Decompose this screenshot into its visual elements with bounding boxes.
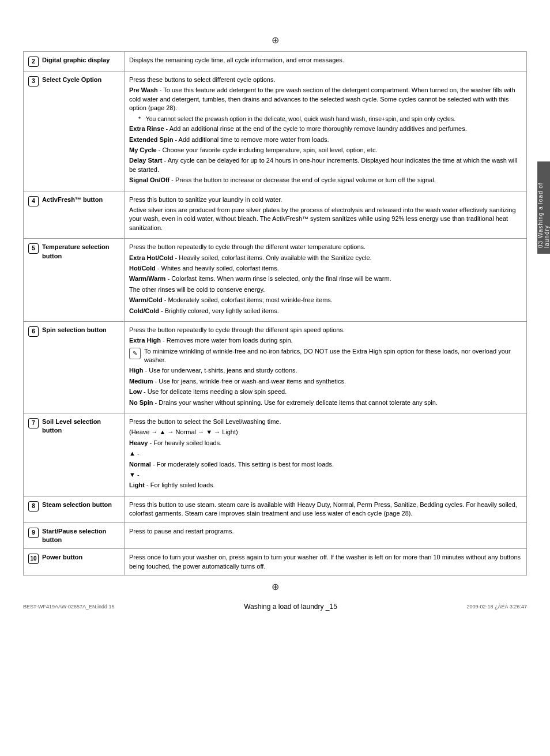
- table-row: 10 Power button Press once to turn your …: [24, 549, 527, 576]
- right-cell-soil: Press the button to select the Soil Leve…: [125, 413, 527, 497]
- button-label: 8 Steam selection button: [28, 501, 119, 511]
- item-label: Start/Pause selection button: [42, 527, 119, 545]
- warm-cold: Warm/Cold - Moderately soiled, colorfast…: [129, 296, 522, 304]
- heavy-bold: Heavy: [129, 439, 148, 446]
- table-row: 7 Soil Level selection button Press the …: [24, 413, 527, 497]
- activfresh-line1: Press this button to sanitize your laund…: [129, 195, 522, 204]
- extra-rinse: Extra Rinse - Add an additional rinse at…: [129, 125, 522, 133]
- item-number: 9: [28, 528, 39, 538]
- left-cell-cycle: 3 Select Cycle Option: [24, 72, 125, 191]
- spin-high-bold: High: [129, 367, 143, 374]
- prewash-bold: Pre Wash: [129, 86, 158, 93]
- right-cell-startpause: Press to pause and restart programs.: [125, 522, 527, 549]
- button-label: 10 Power button: [28, 553, 119, 564]
- right-cell-digital: Displays the remaining cycle time, all c…: [125, 52, 527, 72]
- footer-center: Washing a load of laundry _15: [244, 603, 337, 611]
- page-footer: BEST-WF419AAW-02657A_EN.indd 15 Washing …: [23, 603, 527, 616]
- item-label: Digital graphic display: [42, 56, 110, 65]
- star-note: * You cannot select the prewash option i…: [129, 115, 522, 123]
- digital-display-desc: Displays the remaining cycle time, all c…: [129, 57, 344, 63]
- item-number: 5: [28, 243, 39, 254]
- cold-cold-bold: Cold/Cold: [129, 307, 159, 314]
- right-cell-steam: Press this button to use steam. steam ca…: [125, 496, 527, 522]
- item-label: Power button: [42, 553, 82, 562]
- soil-intro: Press the button to select the Soil Leve…: [129, 418, 522, 426]
- button-label: 2 Digital graphic display: [28, 56, 119, 67]
- cycle-intro: Press these buttons to select different …: [129, 76, 522, 84]
- left-cell-startpause: 9 Start/Pause selection button: [24, 522, 125, 549]
- extended-spin-bold: Extended Spin: [129, 136, 173, 143]
- hot-cold-bold: Hot/Cold: [129, 265, 156, 272]
- spin-note-box: ✎ To minimize wrinkling of wrinkle-free …: [129, 347, 522, 365]
- spin-note-text: To minimize wrinkling of wrinkle-free an…: [144, 347, 522, 365]
- top-decoration: ⊕: [23, 35, 527, 46]
- footer-right: 2009-02-18 ¿ÀÉÀ 3:26:47: [466, 604, 527, 610]
- left-cell-power: 10 Power button: [24, 549, 125, 576]
- table-row: 8 Steam selection button Press this butt…: [24, 496, 527, 522]
- signal-on-off: Signal On/Off - Press the button to incr…: [129, 176, 522, 185]
- table-row: 5 Temperature selection button Press the…: [24, 239, 527, 322]
- normal-bold: Normal: [129, 461, 151, 468]
- item-label: ActivFresh™ button: [42, 195, 103, 204]
- warm-warm: Warm/Warm - Colorfast items. When warm r…: [129, 274, 522, 283]
- soil-heavy: Heavy - For heavily soiled loads.: [129, 439, 522, 447]
- conserve-note: The other rinses will be cold to conserv…: [129, 285, 522, 294]
- soil-normal: Normal - For moderately soiled loads. Th…: [129, 460, 522, 469]
- button-label: 7 Soil Level selection button: [28, 418, 119, 435]
- table-row: 9 Start/Pause selection button Press to …: [24, 522, 527, 549]
- right-cell-activfresh: Press this button to sanitize your laund…: [125, 191, 527, 239]
- item-number: 10: [28, 554, 39, 564]
- left-cell-temperature: 5 Temperature selection button: [24, 239, 125, 322]
- left-cell-spin: 6 Spin selection button: [24, 321, 125, 413]
- page-wrapper: ⊕ 03 Washing a load of laundry 2 Digital…: [0, 0, 550, 756]
- spin-no-spin: No Spin - Drains your washer without spi…: [129, 398, 522, 407]
- table-row: 4 ActivFresh™ button Press this button t…: [24, 191, 527, 239]
- startpause-desc: Press to pause and restart programs.: [129, 528, 234, 535]
- soil-triangle-up: ▲ -: [129, 449, 522, 458]
- spin-medium-bold: Medium: [129, 378, 153, 385]
- main-table: 2 Digital graphic display Displays the r…: [23, 51, 527, 576]
- table-row: 2 Digital graphic display Displays the r…: [24, 52, 527, 72]
- activfresh-line2: Active silver ions are produced from pur…: [129, 206, 522, 232]
- item-number: 8: [28, 501, 39, 511]
- item-label: Spin selection button: [42, 326, 107, 334]
- hot-cold: Hot/Cold - Whites and heavily soiled, co…: [129, 264, 522, 273]
- button-label: 5 Temperature selection button: [28, 243, 119, 261]
- cycle-prewash: Pre Wash - To use this feature add deter…: [129, 86, 522, 112]
- my-cycle: My Cycle - Choose your favorite cycle in…: [129, 146, 522, 155]
- item-number: 3: [28, 76, 39, 86]
- item-label: Steam selection button: [42, 501, 112, 509]
- spin-high: High - Use for underwear, t-shirts, jean…: [129, 366, 522, 375]
- bottom-decoration: ⊕: [23, 581, 527, 592]
- item-label: Temperature selection button: [42, 243, 119, 261]
- table-row: 6 Spin selection button Press the button…: [24, 321, 527, 413]
- delay-start-bold: Delay Start: [129, 157, 162, 164]
- extra-high: Extra High - Removes more water from loa…: [129, 336, 522, 345]
- power-desc: Press once to turn your washer on, press…: [129, 554, 521, 569]
- soil-triangle-down: ▼ -: [129, 471, 522, 479]
- right-cell-temperature: Press the button repeatedly to cycle thr…: [125, 239, 527, 322]
- soil-sequence: (Heave → ▲ → Normal → ▼ → Light): [129, 428, 522, 437]
- left-cell-digital: 2 Digital graphic display: [24, 52, 125, 72]
- warm-cold-bold: Warm/Cold: [129, 296, 163, 303]
- light-bold: Light: [129, 482, 145, 488]
- cold-cold: Cold/Cold - Brightly colored, very light…: [129, 307, 522, 315]
- button-label: 6 Spin selection button: [28, 326, 119, 337]
- left-cell-soil: 7 Soil Level selection button: [24, 413, 125, 497]
- spin-low: Low - Use for delicate items needing a s…: [129, 388, 522, 396]
- temp-intro: Press the button repeatedly to cycle thr…: [129, 243, 522, 251]
- footer-left: BEST-WF419AAW-02657A_EN.indd 15: [23, 604, 115, 610]
- note-icon: ✎: [129, 348, 141, 359]
- item-number: 2: [28, 57, 39, 67]
- extended-spin: Extended Spin - Add additional time to r…: [129, 136, 522, 144]
- item-number: 4: [28, 196, 39, 206]
- right-cell-spin: Press the button repeatedly to cycle thr…: [125, 321, 527, 413]
- item-label: Soil Level selection button: [42, 418, 119, 435]
- extra-rinse-bold: Extra Rinse: [129, 125, 164, 132]
- spin-low-bold: Low: [129, 388, 142, 395]
- item-number: 7: [28, 418, 39, 428]
- my-cycle-bold: My Cycle: [129, 146, 157, 153]
- left-cell-steam: 8 Steam selection button: [24, 496, 125, 522]
- right-cell-power: Press once to turn your washer on, press…: [125, 549, 527, 576]
- spin-intro: Press the button repeatedly to cycle thr…: [129, 326, 522, 334]
